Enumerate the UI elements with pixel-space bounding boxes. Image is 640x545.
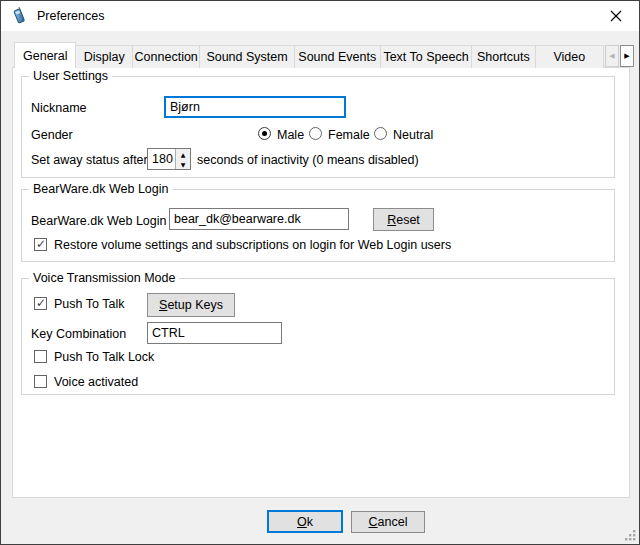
voice-activated-label[interactable]: Voice activated xyxy=(54,375,138,389)
setup-keys-button[interactable]: Setup Keys xyxy=(147,293,235,317)
group-title: Voice Transmission Mode xyxy=(29,271,179,285)
gender-label: Gender xyxy=(31,128,73,142)
tab-scroll-right-button[interactable]: ▶ xyxy=(620,45,634,67)
group-title: BearWare.dk Web Login xyxy=(29,182,173,196)
away-status-label: Set away status after xyxy=(31,153,148,167)
away-seconds-value: 180 xyxy=(148,149,175,169)
check-icon: ✓ xyxy=(36,239,46,249)
push-to-talk-lock-checkbox[interactable]: ✓ xyxy=(34,350,47,363)
web-login-id-input[interactable] xyxy=(169,208,349,230)
gender-radio-male[interactable] xyxy=(258,127,271,140)
tab-sound-events[interactable]: Sound Events xyxy=(294,45,381,68)
restore-volume-checkbox[interactable]: ✓ xyxy=(34,238,47,251)
tab-video[interactable]: Video xyxy=(535,45,604,68)
gender-radio-female[interactable] xyxy=(309,127,322,140)
web-login-id-label: BearWare.dk Web Login ID xyxy=(31,214,182,228)
key-combination-label: Key Combination xyxy=(31,327,126,341)
tab-shortcuts[interactable]: Shortcuts xyxy=(471,45,535,68)
ok-button[interactable]: Ok xyxy=(267,510,343,533)
tab-scroll-left-button[interactable]: ◀ xyxy=(605,45,619,67)
preferences-tab-bar: General Display Connection Sound System … xyxy=(14,41,604,68)
nickname-input[interactable] xyxy=(164,96,346,118)
title-bar[interactable]: Preferences xyxy=(1,1,639,31)
window-title: Preferences xyxy=(37,9,104,23)
tab-scroll-buttons: ◀ ▶ xyxy=(605,45,634,67)
scroll-right-icon: ▶ xyxy=(624,52,629,60)
preferences-dialog: Preferences General Display Connection S… xyxy=(0,0,640,545)
push-to-talk-checkbox[interactable]: ✓ xyxy=(34,297,47,310)
tab-general[interactable]: General xyxy=(14,42,76,68)
spin-down-icon[interactable]: ▼ xyxy=(176,159,190,169)
gender-male-label[interactable]: Male xyxy=(277,128,304,142)
away-seconds-spinner[interactable]: 180 ▲ ▼ xyxy=(147,148,191,170)
push-to-talk-label[interactable]: Push To Talk xyxy=(54,297,124,311)
gender-radio-neutral[interactable] xyxy=(374,127,387,140)
restore-volume-label[interactable]: Restore volume settings and subscription… xyxy=(54,238,451,252)
close-button[interactable] xyxy=(598,1,634,31)
nickname-label: Nickname xyxy=(31,101,87,115)
close-icon xyxy=(610,10,622,22)
voice-activated-checkbox[interactable]: ✓ xyxy=(34,375,47,388)
cancel-button[interactable]: Cancel xyxy=(351,511,425,533)
tab-display[interactable]: Display xyxy=(75,45,133,68)
away-status-suffix-label: seconds of inactivity (0 means disabled) xyxy=(197,153,419,167)
gender-neutral-label[interactable]: Neutral xyxy=(393,128,433,142)
spin-up-icon[interactable]: ▲ xyxy=(176,149,190,159)
resize-grip[interactable] xyxy=(624,529,637,542)
group-title: User Settings xyxy=(29,69,112,83)
push-to-talk-lock-label[interactable]: Push To Talk Lock xyxy=(54,350,154,364)
reset-button[interactable]: Reset xyxy=(373,208,434,231)
scroll-left-icon: ◀ xyxy=(609,52,614,60)
tab-text-to-speech[interactable]: Text To Speech xyxy=(380,45,472,68)
teamtalk-app-icon xyxy=(10,7,28,25)
check-icon: ✓ xyxy=(36,298,46,308)
tab-connection[interactable]: Connection xyxy=(132,45,200,68)
key-combination-input[interactable] xyxy=(147,322,282,344)
gender-female-label[interactable]: Female xyxy=(328,128,370,142)
tab-sound-system[interactable]: Sound System xyxy=(199,45,294,68)
